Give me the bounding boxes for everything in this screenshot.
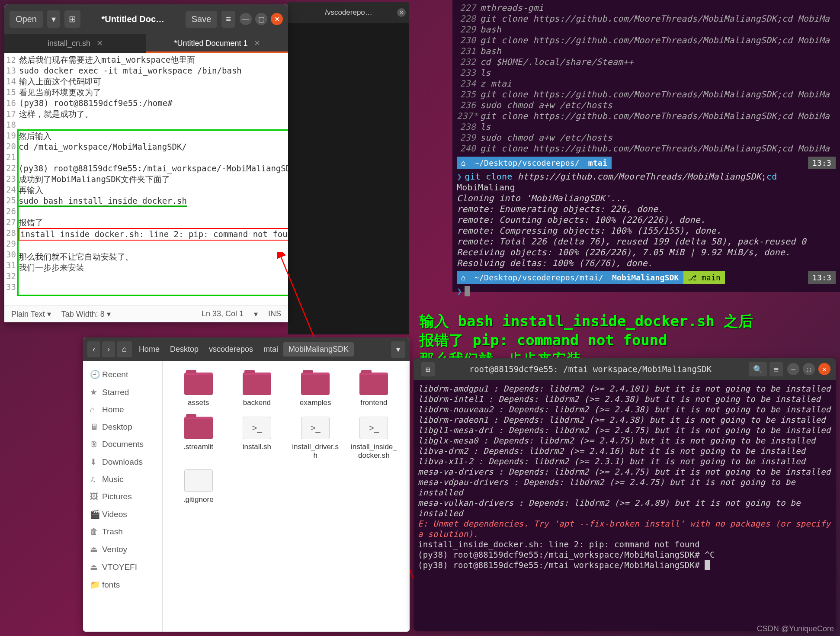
file-install_inside_docker.sh[interactable]: >_install_inside_docker.sh: [347, 414, 401, 463]
new-tab-button[interactable]: ⊞: [421, 362, 435, 376]
sidebar-item-videos[interactable]: 🎬Videos: [83, 505, 162, 523]
dropdown-icon[interactable]: ▾: [391, 341, 405, 358]
vtoyefi-icon: ⏏: [90, 562, 98, 572]
vscode-title: /vscoderepo…: [325, 8, 372, 17]
gedit-window: Open ▾ ⊞ *Untitled Doc… Save ≡ — ▢ ✕ ins…: [4, 4, 288, 322]
file-install.sh[interactable]: >_install.sh: [230, 414, 284, 463]
close-tab-icon[interactable]: ✕: [254, 39, 260, 48]
file-install_driver.sh[interactable]: >_install_driver.sh: [289, 414, 343, 463]
sidebar-item-vtoyefi[interactable]: ⏏VTOYEFI: [83, 558, 162, 576]
sidebar-item-pictures[interactable]: 🖼Pictures: [83, 488, 162, 505]
maximize-icon[interactable]: ▢: [255, 13, 267, 25]
terminal-top[interactable]: 227mthreads-gmi228git clone https://gith…: [452, 0, 840, 292]
breadcrumb: HomeDesktopvscodereposmtaiMobiMaliangSDK: [134, 342, 354, 357]
file-.gitignore[interactable]: .gitignore: [171, 467, 225, 507]
videos-icon: 🎬: [90, 509, 98, 519]
gedit-title: *Untitled Doc…: [85, 14, 181, 24]
gedit-titlebar[interactable]: Open ▾ ⊞ *Untitled Doc… Save ≡ — ▢ ✕: [4, 4, 288, 34]
minimize-icon[interactable]: —: [240, 13, 252, 25]
sidebar-item-desktop[interactable]: 🖥Desktop: [83, 418, 162, 436]
sidebar-item-documents[interactable]: 🗎Documents: [83, 436, 162, 453]
line-gutter: 1213141516171819202122232425262728293031…: [4, 53, 17, 299]
close-tab-icon[interactable]: ✕: [96, 39, 103, 48]
open-button[interactable]: Open: [10, 11, 43, 28]
forward-button[interactable]: ›: [102, 341, 115, 357]
sidebar-item-starred[interactable]: ★Starred: [83, 383, 162, 401]
lang-selector[interactable]: Plain Text ▾: [11, 309, 51, 319]
close-icon[interactable]: ✕: [271, 13, 283, 25]
overtype-indicator[interactable]: ▾: [254, 309, 258, 319]
file-frontend[interactable]: frontend: [347, 370, 401, 410]
terminal-bottom[interactable]: ⊞ root@88159dcf9e55: /mtai_workspace/Mob…: [414, 358, 836, 631]
hamburger-icon[interactable]: ≡: [769, 362, 783, 376]
terminal-title: root@88159dcf9e55: /mtai_workspace/MobiM…: [435, 364, 746, 374]
files-window: ‹ › ⌂ HomeDesktopvscodereposmtaiMobiMali…: [83, 337, 410, 632]
sidebar-item-fonts[interactable]: 📁fonts: [83, 576, 162, 594]
ventoy-icon: ⏏: [90, 544, 98, 554]
files-grid[interactable]: assetsbackendexamplesfrontend.streamlit>…: [163, 361, 410, 632]
vscode-editor-area: [288, 23, 409, 334]
gedit-tabs: install_cn.sh✕ *Untitled Document 1✕: [4, 34, 288, 53]
statusbar: Plain Text ▾ Tab Width: 8 ▾ Ln 33, Col 1…: [4, 305, 288, 322]
maximize-icon[interactable]: ▢: [803, 363, 815, 375]
breadcrumb-item[interactable]: mtai: [258, 342, 283, 357]
starred-icon: ★: [90, 387, 98, 397]
files-headerbar[interactable]: ‹ › ⌂ HomeDesktopvscodereposmtaiMobiMali…: [83, 337, 410, 361]
tab-install-cn[interactable]: install_cn.sh✕: [4, 34, 146, 53]
trash-icon: 🗑: [90, 527, 98, 536]
close-icon[interactable]: ✕: [397, 8, 406, 17]
breadcrumb-item[interactable]: Home: [134, 342, 165, 357]
terminal-titlebar[interactable]: ⊞ root@88159dcf9e55: /mtai_workspace/Mob…: [414, 358, 836, 380]
file-backend[interactable]: backend: [230, 370, 284, 410]
open-dropdown[interactable]: ▾: [47, 10, 60, 28]
sidebar-item-downloads[interactable]: ⬇Downloads: [83, 453, 162, 471]
sidebar-item-ventoy[interactable]: ⏏Ventoy: [83, 540, 162, 558]
documents-icon: 🗎: [90, 440, 98, 449]
editor-area[interactable]: 1213141516171819202122232425262728293031…: [4, 53, 288, 299]
code-content[interactable]: 然后我们现在需要进入mtai_workspace他里面 sudo docker …: [17, 53, 288, 299]
save-button[interactable]: Save: [186, 11, 218, 28]
sidebar-item-recent[interactable]: 🕘Recent: [83, 366, 162, 383]
hamburger-icon[interactable]: ≡: [221, 11, 235, 28]
sidebar-item-music[interactable]: ♫Music: [83, 471, 162, 488]
sidebar-item-trash[interactable]: 🗑Trash: [83, 523, 162, 540]
desktop-icon: 🖥: [90, 422, 98, 432]
tab-untitled[interactable]: *Untitled Document 1✕: [146, 34, 288, 53]
search-icon[interactable]: 🔍: [749, 362, 767, 376]
downloads-icon: ⬇: [90, 457, 98, 467]
watermark: CSDN @YuniqueCore: [757, 624, 834, 633]
sidebar-item-home[interactable]: ⌂Home: [83, 401, 162, 418]
vscode-titlebar: /vscoderepo… ✕: [288, 2, 409, 23]
files-sidebar: 🕘Recent★Starred⌂Home🖥Desktop🗎Documents⬇D…: [83, 361, 163, 632]
terminal-content[interactable]: libdrm-amdgpu1 : Depends: libdrm2 (>= 2.…: [414, 380, 836, 574]
breadcrumb-item[interactable]: vscoderepos: [204, 342, 258, 357]
cursor-position: Ln 33, Col 1: [202, 309, 244, 318]
insert-mode[interactable]: INS: [268, 309, 281, 318]
file-.streamlit[interactable]: .streamlit: [171, 414, 225, 463]
pictures-icon: 🖼: [90, 492, 98, 501]
breadcrumb-item[interactable]: Desktop: [165, 342, 204, 357]
breadcrumb-item[interactable]: MobiMaliangSDK: [283, 342, 354, 357]
recent-icon: 🕘: [90, 369, 98, 379]
tabwidth-selector[interactable]: Tab Width: 8 ▾: [61, 309, 111, 319]
file-examples[interactable]: examples: [289, 370, 343, 410]
home-icon: ⌂: [90, 405, 98, 414]
close-icon[interactable]: ✕: [818, 363, 830, 375]
home-icon[interactable]: ⌂: [117, 341, 132, 357]
back-button[interactable]: ‹: [87, 341, 100, 357]
file-assets[interactable]: assets: [171, 370, 225, 410]
new-tab-button[interactable]: ⊞: [64, 10, 80, 28]
minimize-icon[interactable]: —: [787, 363, 799, 375]
fonts-icon: 📁: [90, 580, 98, 590]
music-icon: ♫: [90, 475, 98, 484]
